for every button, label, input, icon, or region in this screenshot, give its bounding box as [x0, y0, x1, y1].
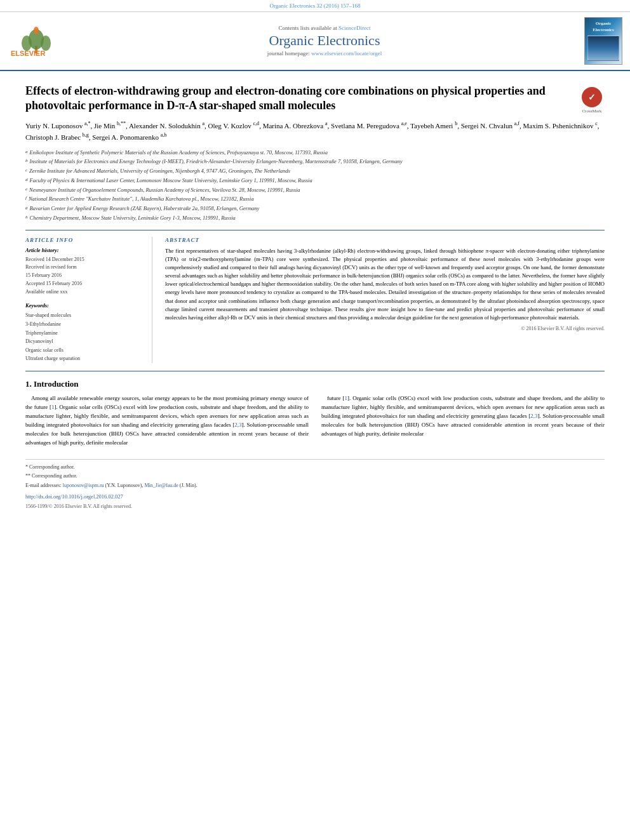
footnote-corresponding-1: * Corresponding author.: [25, 463, 605, 472]
keyword-item: Ultrafast charge separation: [25, 354, 144, 363]
sciencedirect-link[interactable]: ScienceDirect: [338, 25, 370, 31]
journal-reference-bar: Organic Electronics 32 (2016) 157–168: [0, 0, 630, 12]
article-title-section: Effects of electron-withdrawing group an…: [25, 84, 605, 114]
article-dates: Received 14 December 2015 Received in re…: [25, 256, 144, 297]
title-text-container: Effects of electron-withdrawing group an…: [25, 84, 573, 114]
abstract-text: The first representatives of star-shaped…: [165, 247, 605, 323]
svg-point-2: [22, 36, 32, 51]
main-content: Effects of electron-withdrawing group an…: [0, 71, 630, 518]
crossmark-label: CrossMark: [582, 109, 601, 114]
abstract-copyright: © 2016 Elsevier B.V. All rights reserved…: [165, 326, 605, 331]
homepage-line: journal homepage: www.elsevier.com/locat…: [71, 50, 578, 57]
affil-d: d Faculty of Physics & International Las…: [25, 177, 605, 185]
keyword-item: Triphenylamine: [25, 329, 144, 338]
section-heading: 1. Introduction: [25, 379, 605, 389]
affiliations-section: a Enikolopov Institute of Synthetic Poly…: [25, 149, 605, 222]
affil-c: c Zernike Institute for Advanced Materia…: [25, 167, 605, 175]
keyword-item: Star-shaped molecules: [25, 311, 144, 320]
article-info-column: Article Info Article history: Received 1…: [25, 237, 152, 364]
keyword-item: Organic solar cells: [25, 346, 144, 355]
affil-h: h Chemistry Department, Moscow State Uni…: [25, 214, 605, 222]
footnote-corresponding-2: ** Corresponding author.: [25, 472, 605, 481]
authors-list: Yuriy N. Luponosov a,*, Jie Min b,**, Al…: [25, 120, 605, 143]
affil-g: g Bavarian Center for Applied Energy Res…: [25, 204, 605, 213]
keywords-section: Keywords: Star-shaped molecules 3-Ethylr…: [25, 302, 144, 363]
intro-right-column: future [1]. Organic solar cells (OSCs) e…: [321, 394, 605, 453]
keywords-label: Keywords:: [25, 302, 144, 309]
journal-title: Organic Electronics: [71, 32, 578, 49]
intro-para-right: future [1]. Organic solar cells (OSCs) e…: [321, 394, 605, 439]
info-abstract-section: Article Info Article history: Received 1…: [25, 230, 605, 364]
affil-a: a Enikolopov Institute of Synthetic Poly…: [25, 149, 605, 157]
elsevier-logo-svg: ELSEVIER: [11, 25, 62, 57]
email-1-link[interactable]: luponosov@ispm.ru: [63, 483, 104, 488]
journal-center-info: Contents lists available at ScienceDirec…: [71, 25, 578, 58]
introduction-content: Among all available renewable energy sou…: [25, 394, 605, 453]
crossmark-badge[interactable]: ✓: [582, 87, 602, 107]
issn-copyright: 1566-1199/© 2016 Elsevier B.V. All right…: [25, 503, 605, 511]
contents-line: Contents lists available at ScienceDirec…: [71, 25, 578, 31]
keyword-item: Dicyanovinyl: [25, 337, 144, 346]
article-history-label: Article history:: [25, 247, 144, 253]
abstract-column: Abstract The first representatives of st…: [165, 237, 605, 364]
article-info-title: Article Info: [25, 237, 144, 243]
svg-point-4: [34, 27, 39, 34]
intro-para-1: Among all available renewable energy sou…: [25, 394, 309, 448]
introduction-section: 1. Introduction Among all available rene…: [25, 371, 605, 453]
footnote-emails: E-mail addresses: luponosov@ispm.ru (Y.N…: [25, 482, 605, 490]
doi-link[interactable]: http://dx.doi.org/10.1016/j.orgel.2016.0…: [25, 493, 605, 502]
elsevier-logo: ELSEVIER: [8, 25, 65, 57]
affil-e: e Nesmeyanov Institute of Organoelement …: [25, 186, 605, 194]
footnotes-section: * Corresponding author. ** Corresponding…: [25, 459, 605, 511]
doi-anchor[interactable]: http://dx.doi.org/10.1016/j.orgel.2016.0…: [25, 493, 123, 500]
abstract-title: Abstract: [165, 237, 605, 243]
homepage-link[interactable]: www.elsevier.com/locate/orgel: [311, 50, 382, 57]
svg-text:ELSEVIER: ELSEVIER: [11, 50, 45, 57]
keywords-list: Star-shaped molecules 3-Ethylrhodanine T…: [25, 311, 144, 363]
affil-f: f National Research Centre "Kurchatov In…: [25, 195, 605, 203]
journal-cover-image: OrganicElectronics: [584, 17, 622, 65]
svg-point-3: [41, 36, 51, 51]
article-title: Effects of electron-withdrawing group an…: [25, 84, 573, 114]
intro-left-column: Among all available renewable energy sou…: [25, 394, 309, 453]
crossmark-container[interactable]: ✓ CrossMark: [579, 87, 605, 114]
affil-b: b Institute of Materials for Electronics…: [25, 157, 605, 166]
email-2-link[interactable]: Min_Jie@fau.de: [144, 483, 178, 488]
authors-text: Yuriy N. Luponosov a,*, Jie Min b,**, Al…: [25, 122, 599, 141]
keyword-item: 3-Ethylrhodanine: [25, 320, 144, 329]
journal-header: ELSEVIER Contents lists available at Sci…: [0, 12, 630, 71]
journal-reference-text: Organic Electronics 32 (2016) 157–168: [270, 3, 361, 9]
